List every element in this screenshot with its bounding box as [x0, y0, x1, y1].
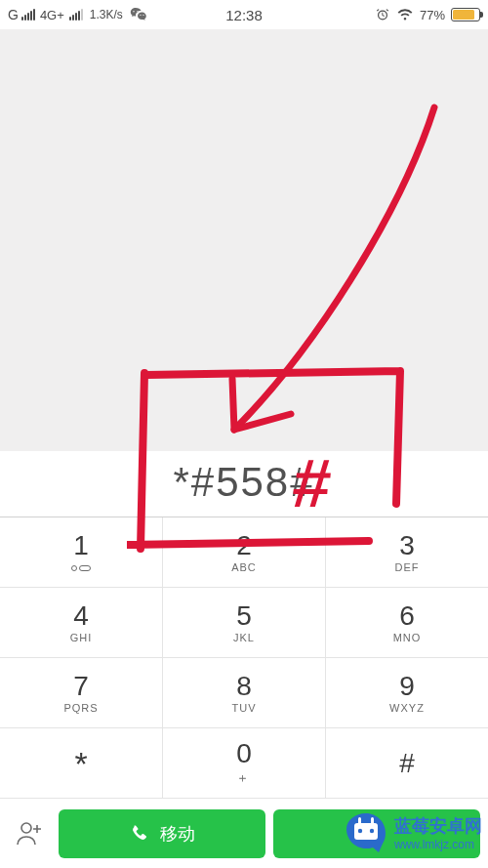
key-letters: ＋ [236, 769, 252, 787]
key-letters: PQRS [63, 702, 98, 714]
svg-rect-3 [358, 817, 361, 825]
carrier-letter: G [8, 7, 19, 22]
contacts-area [0, 29, 488, 451]
net-speed: 1.3K/s [90, 8, 123, 21]
dialed-number-text: *#558# [173, 459, 314, 506]
key-1[interactable]: 1 [0, 517, 163, 587]
key-digit: 6 [399, 602, 415, 630]
dialed-number: *#558# [0, 451, 488, 517]
svg-point-1 [358, 829, 362, 833]
key-letters: ABC [231, 561, 257, 573]
key-digit: * [74, 747, 87, 780]
key-letters: WXYZ [389, 702, 425, 714]
signal-2-icon [69, 9, 83, 21]
watermark: 蓝莓安卓网 www.lmkjz.com [344, 811, 482, 856]
status-bar: G 4G+ 1.3K/s 12:38 77% [0, 0, 488, 29]
key-letters: GHI [70, 632, 93, 643]
key-6[interactable]: 6MNO [326, 588, 488, 657]
battery-pct: 77% [420, 8, 445, 22]
battery-icon [451, 8, 480, 21]
watermark-logo-icon [344, 811, 388, 856]
alarm-icon [375, 7, 390, 22]
phone-icon [129, 823, 150, 845]
key-digit: 5 [236, 602, 252, 630]
key-digit: 8 [236, 673, 252, 700]
voicemail-icon [71, 561, 91, 573]
key-9[interactable]: 9WXYZ [326, 658, 488, 727]
key-letters: JKL [233, 632, 255, 643]
key-4[interactable]: 4GHI [0, 588, 163, 657]
key-digit: 9 [399, 673, 415, 700]
key-8[interactable]: 8TUV [163, 658, 326, 727]
key-digit: 2 [236, 532, 252, 559]
key-digit: 0 [236, 740, 252, 767]
key-star[interactable]: * [0, 728, 163, 798]
wechat-icon [130, 7, 147, 22]
call-label: 移动 [160, 822, 195, 846]
key-3[interactable]: 3DEF [326, 517, 488, 587]
add-contact-button[interactable] [8, 809, 51, 858]
svg-point-2 [370, 829, 374, 833]
keypad: 1 2ABC 3DEF 4GHI 5JKL 6MNO 7PQRS 8TUV 9W… [0, 517, 488, 799]
status-right: 77% [375, 7, 480, 22]
status-left: G 4G+ 1.3K/s [8, 7, 147, 22]
signal-1-icon [21, 9, 35, 21]
key-hash[interactable]: # [326, 728, 488, 798]
key-0[interactable]: 0＋ [163, 728, 326, 798]
key-digit: 7 [73, 673, 89, 700]
status-time: 12:38 [225, 7, 263, 23]
key-digit: 3 [399, 532, 415, 559]
key-letters: TUV [232, 702, 257, 714]
key-digit: 4 [73, 602, 89, 630]
key-letters: DEF [395, 561, 420, 573]
svg-rect-0 [354, 823, 378, 840]
key-5[interactable]: 5JKL [163, 588, 326, 657]
key-digit: 1 [73, 532, 89, 559]
watermark-title: 蓝莓安卓网 [394, 816, 482, 838]
key-digit: # [399, 750, 415, 777]
svg-rect-4 [371, 817, 374, 825]
network-indicator: 4G+ [40, 8, 64, 22]
watermark-url: www.lmkjz.com [394, 838, 482, 851]
add-contact-icon [13, 819, 46, 848]
wifi-icon [396, 8, 414, 21]
call-sim1-button[interactable]: 移动 [59, 809, 265, 858]
key-2[interactable]: 2ABC [163, 517, 326, 587]
key-letters: MNO [393, 632, 422, 643]
key-7[interactable]: 7PQRS [0, 658, 163, 727]
